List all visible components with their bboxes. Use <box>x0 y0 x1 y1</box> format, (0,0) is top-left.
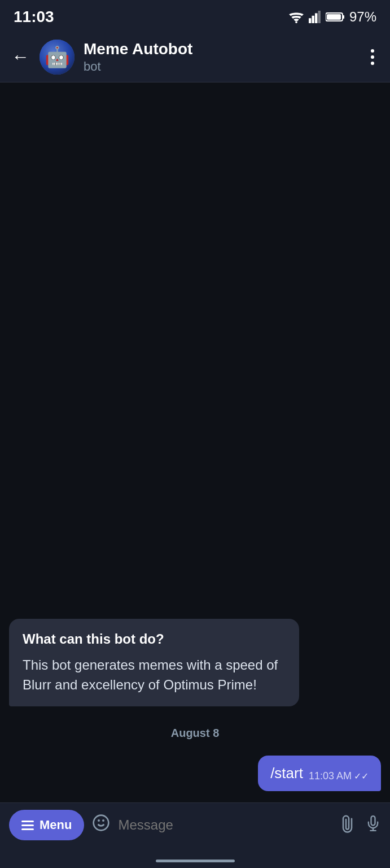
message-time: 11:03 AM <box>309 770 352 782</box>
status-bar: 11:03 97% <box>0 0 390 32</box>
status-icons: 97% <box>288 9 376 25</box>
home-indicator <box>0 856 390 868</box>
input-bar: Menu <box>0 802 390 856</box>
svg-rect-7 <box>327 14 341 20</box>
status-time: 11:03 <box>14 8 54 26</box>
hamburger-icon <box>21 821 34 830</box>
signal-icon <box>309 11 321 23</box>
date-separator: August 8 <box>9 727 381 740</box>
header-info: Meme Autobot bot <box>84 40 366 75</box>
svg-rect-4 <box>318 11 320 23</box>
bot-message-title: What can this bot do? <box>23 630 286 648</box>
message-meta: 11:03 AM ✓✓ <box>309 770 369 782</box>
avatar <box>40 40 75 75</box>
bot-message-body: This bot generates memes with a speed of… <box>23 656 286 695</box>
bot-message: What can this bot do? This bot generates… <box>9 619 299 706</box>
svg-rect-6 <box>343 15 344 19</box>
svg-point-8 <box>94 815 109 831</box>
bot-name: Meme Autobot <box>84 40 366 59</box>
messages-container: What can this bot do? This bot generates… <box>9 619 381 791</box>
menu-button[interactable]: Menu <box>9 810 84 840</box>
battery-icon <box>326 11 345 23</box>
user-message-text: /start <box>270 765 303 782</box>
menu-label: Menu <box>40 818 72 832</box>
message-input[interactable] <box>118 817 332 833</box>
battery-percentage: 97% <box>349 9 376 25</box>
attach-button[interactable] <box>335 811 362 838</box>
home-bar <box>156 860 235 862</box>
date-label: August 8 <box>171 727 220 740</box>
bot-bubble: What can this bot do? This bot generates… <box>9 619 299 706</box>
svg-rect-3 <box>315 13 317 23</box>
mic-button[interactable] <box>365 815 381 835</box>
chat-area: What can this bot do? This bot generates… <box>0 83 390 802</box>
user-bubble: /start 11:03 AM ✓✓ <box>258 756 381 791</box>
chat-header: ← Meme Autobot bot <box>0 32 390 83</box>
back-button[interactable]: ← <box>11 46 29 67</box>
svg-rect-1 <box>309 18 311 23</box>
bot-status: bot <box>84 59 366 74</box>
wifi-icon <box>288 11 304 23</box>
emoji-button[interactable] <box>92 814 110 836</box>
user-message: /start 11:03 AM ✓✓ <box>258 756 381 791</box>
more-options-button[interactable] <box>366 45 379 70</box>
svg-point-0 <box>295 21 297 23</box>
svg-rect-2 <box>312 16 314 23</box>
message-tick: ✓✓ <box>354 771 369 782</box>
